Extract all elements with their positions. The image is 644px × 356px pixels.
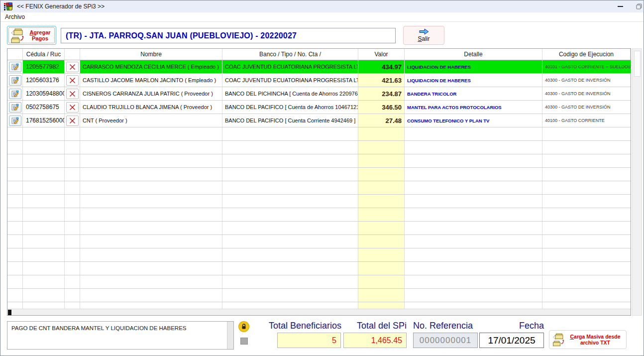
menu-archivo[interactable]: Archivo [0,12,29,21]
banco-cell: BANCO DEL PICHINCHA [ Cuenta de Ahorros … [222,87,358,100]
valor-cell: 421.63 [358,74,405,87]
horizontal-scrollbar[interactable] [7,309,631,315]
table-body: 1205577982 CARRASCO MENDOZA CECILIA MERC… [7,60,631,309]
delete-row-button[interactable] [66,75,79,86]
table-row[interactable]: 1205577982 CARRASCO MENDOZA CECILIA MERC… [7,60,631,74]
edit-row-button[interactable] [9,116,21,126]
salir-button[interactable]: Salir [403,26,444,45]
delete-row-icon [69,77,76,84]
restore-button[interactable] [631,0,644,12]
status-checkbox[interactable] [240,338,248,345]
header-edit-col [7,49,23,60]
table-row[interactable]: 0502758675 CLAUDIO TRUJILLO BLANCA JIMEN… [7,101,631,114]
referencia-field[interactable]: 0000000001 [413,333,478,348]
cedula-cell: 0502758675 [23,101,65,114]
nombre-cell: CISNEROS CARRANZA JULIA PATRIC ( Proveed… [80,87,222,100]
table-row-empty [7,208,631,222]
cedula-cell: 1205603176 [23,74,65,87]
edit-row-icon [11,104,19,111]
button-focus-border [8,27,55,43]
restore-icon [636,3,642,9]
edit-row-icon [11,77,19,84]
detalle-cell: CONSUMO TELEFONICO Y PLAN TV [405,114,542,127]
entity-title-field[interactable]: (TR) - JTA. PARROQ.SAN JUAN (PUEBLOVIEJO… [61,28,396,43]
window-title: << FENIX Generador de SPi3 >> [17,3,105,10]
table-row-empty [7,181,631,195]
horizontal-scrollbar-thumb[interactable] [8,310,11,315]
table-row-empty [7,302,631,309]
carga-masiva-label: Carga Masiva desdearchivo TXT [566,334,624,346]
edit-row-icon [11,90,19,97]
carga-masiva-icon [551,333,566,347]
edit-row-button[interactable] [9,62,21,72]
salir-arrow-icon [419,28,429,35]
delete-row-button[interactable] [66,102,79,113]
delete-row-icon [69,118,76,124]
vertical-scrollbar-thumb[interactable] [634,51,641,77]
delete-row-button[interactable] [66,116,79,126]
detalle-cell: LIQUIDACION DE HABERES [405,74,542,87]
detalle-cell: BANDERA TRICOLOR [405,87,542,100]
header-detalle: Detalle [405,49,542,60]
delete-row-icon [69,64,76,70]
table-header-row: Cédula / Ruc Nombre Banco / Tipo / No. C… [7,49,631,60]
table-row-empty [7,141,631,154]
detalle-cell: MANTEL PARA ACTOS PROTOCOLARIOS [405,101,542,114]
banco-cell: BANCO DEL PACIFICO [ Cuenta Corriente 49… [222,114,358,127]
referencia-label: No. Referencia [413,321,478,331]
valor-cell: 346.50 [358,101,405,114]
total-beneficiarios-field: 5 [277,333,341,348]
header-nombre: Nombre [80,49,222,60]
table-row-empty [7,222,631,235]
table-row-empty [7,275,631,289]
header-cedula: Cédula / Ruc [23,49,65,60]
banco-cell: BANCO DEL PACIFICO [ Cuenta de Ahorros 1… [222,101,358,114]
codigo-cell: 40300 - GASTO DE INVERSIÓN [542,87,631,100]
nombre-cell: CASTILLO JACOME MARLON JACINTO ( Emplead… [80,74,222,87]
table-row[interactable]: 1768152560001 CNT ( Proveedor ) BANCO DE… [7,114,631,127]
delete-row-button[interactable] [66,89,79,99]
total-spi-field: 1,465.45 [343,333,407,348]
payments-table: Cédula / Ruc Nombre Banco / Tipo / No. C… [7,48,631,316]
observaciones-scrollbar[interactable] [227,322,233,349]
valor-cell: 27.48 [358,114,405,127]
header-valor: Valor [358,49,405,60]
table-row-empty [7,248,631,262]
table-row-empty [7,195,631,208]
agregar-pagos-button[interactable]: AgregarPagos [7,26,56,45]
title-bar: << FENIX Generador de SPi3 >> [0,0,644,12]
cedula-cell: 1768152560001 [23,114,65,127]
minimize-button[interactable] [612,0,629,12]
valor-cell: 234.87 [358,87,405,100]
edit-row-button[interactable] [9,75,21,86]
table-row[interactable]: 1205603176 CASTILLO JACOME MARLON JACINT… [7,74,631,87]
table-row-empty [7,127,631,141]
fecha-label: Fecha [479,321,544,331]
edit-row-button[interactable] [9,89,21,99]
carga-masiva-button[interactable]: Carga Masiva desdearchivo TXT [549,330,627,349]
codigo-cell: 40300 - GASTO DE INVERSIÓN [542,74,631,87]
lock-indicator[interactable] [239,322,249,332]
vertical-scrollbar[interactable] [632,48,642,316]
codigo-cell: 40300 - GASTO DE INVERSIÓN [542,101,631,114]
codigo-cell: 40101 - GASTO CORRIENTE – SUELDOS [542,60,631,73]
cedula-cell: 1203059488001 [23,87,65,100]
table-row-empty [7,168,631,181]
nombre-cell: CLAUDIO TRUJILLO BLANCA JIMENA ( Proveed… [80,101,222,114]
table-row[interactable]: 1203059488001 CISNEROS CARRANZA JULIA PA… [7,87,631,101]
delete-row-icon [69,104,76,111]
header-delete-col [65,49,80,60]
delete-row-icon [69,91,76,97]
lock-icon [241,324,247,330]
edit-row-button[interactable] [9,102,21,113]
menu-bar: Archivo [0,12,644,22]
table-row-empty [7,154,631,168]
cedula-cell: 1205577982 [23,60,65,73]
table-row-empty [7,289,631,302]
delete-row-button[interactable] [66,62,79,72]
observaciones-textarea[interactable]: PAGO DE CNT BANDERA MANTEL Y LIQUIDACION… [7,321,234,350]
fecha-field[interactable]: 17/01/2025 [479,333,544,348]
edit-row-icon [11,63,19,70]
banco-cell: COAC JUVENTUD ECUATORIANA PROGRESISTA LT… [222,60,358,73]
codigo-cell: 40100 - GASTO CORRIENTE [542,114,631,127]
